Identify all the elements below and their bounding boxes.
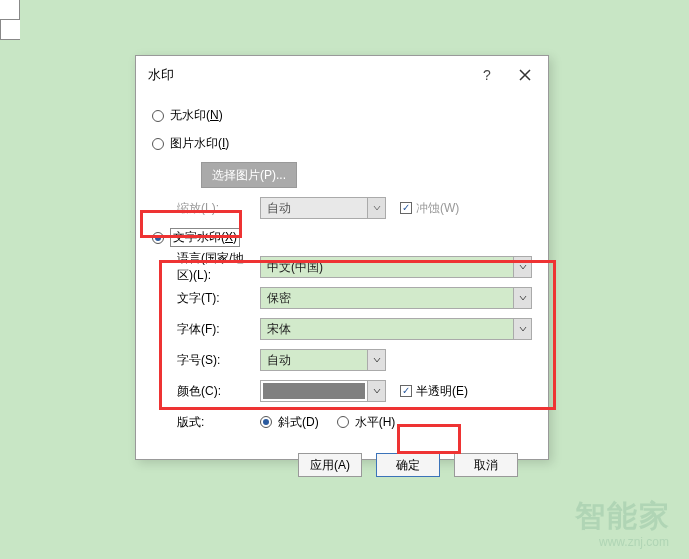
- radio-label: 文字水印(X): [170, 228, 240, 247]
- radio-icon: [260, 416, 272, 428]
- text-label: 文字(T):: [152, 290, 260, 307]
- text-combo[interactable]: 保密: [260, 287, 532, 309]
- bg-watermark: 智能家: [575, 496, 671, 537]
- chevron-down-icon[interactable]: [367, 381, 385, 401]
- washout-checkbox: [400, 202, 412, 214]
- language-combo[interactable]: 中文(中国): [260, 256, 532, 278]
- close-icon: [519, 69, 531, 81]
- scale-combo: 自动: [260, 197, 386, 219]
- chevron-down-icon[interactable]: [367, 350, 385, 370]
- font-value: 宋体: [261, 321, 513, 338]
- select-picture-button[interactable]: 选择图片(P)...: [201, 162, 297, 188]
- color-combo[interactable]: [260, 380, 386, 402]
- bg-watermark-url: www.znj.com: [599, 535, 669, 549]
- radio-icon: [152, 232, 164, 244]
- radio-label: 图片水印(I): [170, 135, 229, 152]
- cancel-button[interactable]: 取消: [454, 453, 518, 477]
- radio-label: 水平(H): [355, 414, 396, 431]
- layout-label: 版式:: [152, 414, 260, 431]
- semitransparent-label: 半透明(E): [416, 383, 468, 400]
- text-value: 保密: [261, 290, 513, 307]
- radio-no-watermark[interactable]: 无水印(N): [152, 103, 532, 128]
- page-corner-tl: [0, 0, 20, 20]
- color-label: 颜色(C):: [152, 383, 260, 400]
- washout-label: 冲蚀(W): [416, 200, 459, 217]
- watermark-dialog: 水印 ? 无水印(N) 图片水印(I) 选择图片(P)...: [135, 55, 549, 460]
- chevron-down-icon[interactable]: [513, 319, 531, 339]
- radio-label: 斜式(D): [278, 414, 319, 431]
- chevron-down-icon[interactable]: [513, 288, 531, 308]
- dialog-titlebar[interactable]: 水印 ?: [136, 56, 548, 94]
- semitransparent-checkbox[interactable]: [400, 385, 412, 397]
- font-label: 字体(F):: [152, 321, 260, 338]
- size-value: 自动: [261, 352, 367, 369]
- language-value: 中文(中国): [261, 259, 513, 276]
- radio-text-watermark[interactable]: 文字水印(X): [152, 225, 532, 250]
- apply-button[interactable]: 应用(A): [298, 453, 362, 477]
- chevron-down-icon[interactable]: [513, 257, 531, 277]
- size-combo[interactable]: 自动: [260, 349, 386, 371]
- close-button[interactable]: [506, 60, 544, 90]
- help-button[interactable]: ?: [468, 60, 506, 90]
- dialog-title: 水印: [148, 66, 174, 84]
- color-swatch: [263, 383, 365, 399]
- radio-label: 无水印(N): [170, 107, 223, 124]
- radio-layout-horizontal[interactable]: 水平(H): [337, 414, 396, 431]
- chevron-down-icon: [367, 198, 385, 218]
- radio-layout-diagonal[interactable]: 斜式(D): [260, 414, 319, 431]
- size-label: 字号(S):: [152, 352, 260, 369]
- scale-value: 自动: [261, 200, 367, 217]
- radio-icon: [337, 416, 349, 428]
- radio-icon: [152, 110, 164, 122]
- help-icon: ?: [483, 67, 491, 83]
- radio-picture-watermark[interactable]: 图片水印(I): [152, 131, 532, 156]
- page-corner-tr: [0, 20, 20, 40]
- radio-icon: [152, 138, 164, 150]
- scale-label: 缩放(L):: [152, 200, 260, 217]
- ok-button[interactable]: 确定: [376, 453, 440, 477]
- font-combo[interactable]: 宋体: [260, 318, 532, 340]
- language-label: 语言(国家/地区)(L):: [152, 250, 260, 284]
